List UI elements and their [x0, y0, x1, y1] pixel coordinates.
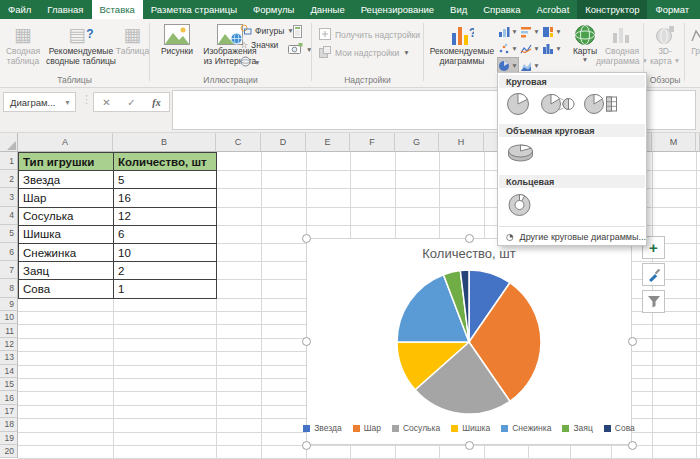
my-addins-button[interactable]: Мои надстройки ▼	[319, 46, 410, 60]
cancel-icon[interactable]: ✕	[102, 97, 110, 108]
row-header-4[interactable]: 4	[0, 207, 18, 225]
chart-selection-handle[interactable]	[465, 441, 474, 450]
screenshot-button[interactable]: ▼	[288, 43, 312, 56]
cell-A3[interactable]: Шар	[18, 188, 114, 207]
tab-вставка[interactable]: Вставка	[92, 0, 143, 19]
chart-selection-handle[interactable]	[628, 441, 637, 450]
chart-filters-button[interactable]	[642, 290, 665, 313]
recommended-charts-button[interactable]: ? Рекомендуемые диаграммы	[427, 22, 497, 66]
cell-B3[interactable]: 16	[113, 188, 217, 207]
row-header-20[interactable]: 20	[0, 445, 18, 458]
row-header-9[interactable]: 9	[0, 298, 18, 311]
legend-item-Шишка[interactable]: Шишка	[451, 423, 490, 433]
3d-pie-option[interactable]	[506, 141, 536, 169]
insert-function-icon[interactable]: fx	[152, 97, 160, 108]
legend-item-Звезда[interactable]: Звезда	[303, 423, 342, 433]
legend-item-Шар[interactable]: Шар	[353, 423, 381, 433]
legend-item-Сосулька[interactable]: Сосулька	[392, 423, 440, 433]
tab-формулы[interactable]: Формулы	[245, 0, 302, 19]
cell-B4[interactable]: 12	[113, 207, 217, 226]
insert-bar-chart-button[interactable]: ▼	[520, 24, 540, 40]
chart-styles-button[interactable]	[642, 263, 665, 286]
tab-разметка-страницы[interactable]: Разметка страницы	[143, 0, 245, 19]
row-header-1[interactable]: 1	[0, 152, 18, 170]
cell-A6[interactable]: Снежинка	[18, 243, 114, 262]
column-header-M[interactable]: M	[652, 133, 696, 152]
enter-icon[interactable]: ✓	[127, 97, 135, 108]
column-header-G[interactable]: G	[395, 133, 439, 152]
column-header-E[interactable]: E	[306, 133, 350, 152]
doughnut-option[interactable]	[506, 191, 534, 223]
row-header-11[interactable]: 11	[0, 324, 18, 337]
row-header-12[interactable]: 12	[0, 338, 18, 351]
cell-B7[interactable]: 2	[113, 261, 217, 280]
row-header-15[interactable]: 15	[0, 378, 18, 391]
cell-B2[interactable]: 5	[113, 170, 217, 189]
legend-item-Снежинка[interactable]: Снежинка	[501, 423, 551, 433]
legend-item-Сова[interactable]: Сова	[604, 423, 635, 433]
insert-line-chart-button[interactable]: ▼	[520, 41, 540, 57]
bar-of-pie-option[interactable]	[584, 91, 618, 121]
tab-acrobat[interactable]: Acrobat	[529, 0, 578, 19]
pictures-button[interactable]: Рисунки	[155, 22, 199, 57]
column-header-C[interactable]: C	[216, 133, 261, 152]
column-header-A[interactable]: A	[18, 133, 113, 152]
row-header-17[interactable]: 17	[0, 405, 18, 418]
column-header-B[interactable]: B	[113, 133, 216, 152]
insert-hierarchy-chart-button[interactable]: ▼	[542, 24, 562, 40]
icons-button[interactable]: ☆ Значки	[240, 40, 278, 50]
smartart-button[interactable]	[291, 25, 303, 40]
row-header-3[interactable]: 3	[0, 188, 18, 206]
cell-A5[interactable]: Шишка	[18, 225, 114, 244]
chart-selection-handle[interactable]	[302, 234, 311, 243]
column-header-H[interactable]: H	[439, 133, 484, 152]
row-header-18[interactable]: 18	[0, 418, 18, 431]
name-box-dropdown-icon[interactable]: ▼	[64, 99, 75, 106]
chart-selection-handle[interactable]	[628, 337, 637, 346]
get-addins-button[interactable]: Получить надстройки	[319, 28, 420, 42]
column-header-F[interactable]: F	[350, 133, 395, 152]
insert-column-chart-button[interactable]: ▼	[498, 24, 518, 40]
chart-selection-handle[interactable]	[302, 441, 311, 450]
row-header-16[interactable]: 16	[0, 391, 18, 404]
row-header-5[interactable]: 5	[0, 225, 18, 243]
recommended-pivot-tables-button[interactable]: ▤? Рекомендуемые сводные таблицы	[45, 22, 117, 66]
3d-models-button[interactable]: ▼	[240, 56, 260, 69]
column-header-D[interactable]: D	[261, 133, 306, 152]
tab-главная[interactable]: Главная	[39, 0, 91, 19]
cell-B8[interactable]: 1	[113, 279, 217, 298]
sparkline-button-partial[interactable]: Гра	[688, 22, 700, 57]
cell-A1[interactable]: Тип игрушки	[18, 152, 114, 171]
chart-selection-handle[interactable]	[465, 234, 474, 243]
chart-legend[interactable]: ЗвездаШарСосулькаШишкаСнежинкаЗаяцСова	[307, 423, 631, 433]
cell-A7[interactable]: Заяц	[18, 261, 114, 280]
formula-bar-drag-handle[interactable]: ⋮	[81, 93, 92, 106]
column-header-edge[interactable]	[696, 133, 700, 152]
table-button[interactable]: ▦ Таблица	[117, 22, 148, 57]
cell-A2[interactable]: Звезда	[18, 170, 114, 189]
insert-statistic-chart-button[interactable]: ▼	[542, 41, 562, 57]
2d-pie-option[interactable]	[506, 91, 532, 121]
chart-object[interactable]: Количество, шт ЗвездаШарСосулькаШишкаСне…	[306, 238, 632, 445]
row-header-14[interactable]: 14	[0, 365, 18, 378]
row-header-10[interactable]: 10	[0, 311, 18, 324]
cell-B5[interactable]: 6	[113, 225, 217, 244]
cell-B1[interactable]: Количество, шт	[113, 152, 217, 171]
select-all-corner[interactable]	[0, 133, 18, 152]
row-header-19[interactable]: 19	[0, 432, 18, 445]
tab-файл[interactable]: Файл	[0, 0, 39, 19]
pie-of-pie-option[interactable]	[541, 91, 575, 121]
name-box[interactable]: Диаграм... ▼	[3, 92, 76, 112]
row-header-6[interactable]: 6	[0, 243, 18, 261]
row-header-2[interactable]: 2	[0, 170, 18, 188]
pivot-chart-button[interactable]: Сводная диаграмма▼	[601, 22, 643, 66]
cell-A8[interactable]: Сова	[18, 279, 114, 298]
legend-item-Заяц[interactable]: Заяц	[562, 423, 592, 433]
tab-рецензирование[interactable]: Рецензирование	[353, 0, 442, 19]
shapes-button[interactable]: Фигуры ▼	[240, 24, 294, 37]
row-header-8[interactable]: 8	[0, 279, 18, 297]
row-header-13[interactable]: 13	[0, 351, 18, 364]
more-pie-charts-item[interactable]: Другие круговые диаграммы...	[498, 229, 646, 245]
chart-selection-handle[interactable]	[302, 337, 311, 346]
cell-A4[interactable]: Сосулька	[18, 207, 114, 226]
